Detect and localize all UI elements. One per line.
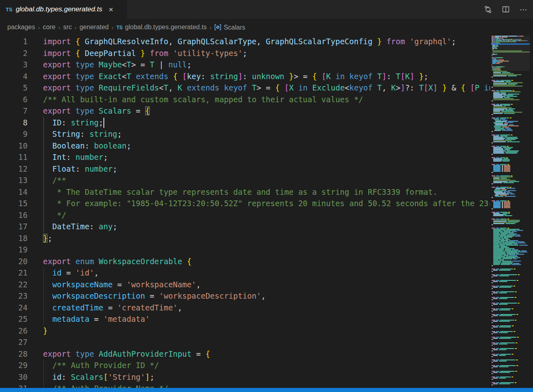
code-line[interactable]: 14 * The DateTime scalar type represents… (0, 186, 490, 198)
editor-actions: ⋯ (482, 0, 531, 19)
code-line[interactable]: 21 id = 'id', (0, 267, 490, 279)
line-content: workspaceDescription = 'workspaceDescrip… (43, 290, 490, 302)
status-bar (0, 388, 533, 392)
code-line[interactable]: 16 */ (0, 209, 490, 221)
minimap-canvas[interactable] (491, 36, 530, 388)
tab-global-db-types[interactable]: TS global.db.types.generated.ts ✕ (0, 0, 127, 19)
more-actions-icon[interactable]: ⋯ (518, 3, 530, 15)
code-line[interactable]: 7export type Scalars = { (0, 105, 490, 117)
line-content: id = 'id', (43, 267, 490, 279)
line-number: 6 (0, 94, 28, 106)
code-line[interactable]: 15 * For example: "1985-04-12T23:20:50.5… (0, 198, 490, 209)
typescript-file-icon: TS (116, 25, 123, 30)
line-number: 31 (0, 383, 28, 388)
code-line[interactable]: 1import { GraphQLResolveInfo, GraphQLSca… (0, 36, 490, 47)
line-number: 15 (0, 198, 28, 209)
code-line[interactable]: 18}; (0, 233, 490, 244)
code-line[interactable]: 28export type AddAuthProviderInput = { (0, 348, 490, 360)
overview-ruler[interactable] (530, 36, 533, 388)
indent-guide (43, 163, 44, 175)
indent-guide (43, 302, 44, 314)
line-number: 18 (0, 233, 28, 244)
line-number: 3 (0, 59, 28, 71)
indent-guide (43, 221, 44, 233)
code-line[interactable]: 3export type Maybe<T> = T | null; (0, 59, 490, 71)
breadcrumb-item-src[interactable]: src (63, 24, 72, 31)
code-line[interactable]: 6/** All built-in and custom scalars, ma… (0, 94, 490, 106)
line-number: 27 (0, 336, 28, 348)
line-number: 21 (0, 267, 28, 279)
vscode-window: TS global.db.types.generated.ts ✕ ⋯ pack… (0, 0, 533, 392)
line-content: export type RequireFields<T, K extends k… (43, 82, 490, 94)
indent-guide (43, 117, 44, 129)
split-editor-icon[interactable] (500, 3, 512, 15)
indent-guide (43, 140, 44, 152)
indent-guide (43, 209, 44, 221)
close-tab-icon[interactable]: ✕ (107, 6, 115, 13)
breadcrumb-item-core[interactable]: core (43, 24, 56, 31)
line-content: workspaceName = 'workspaceName', (43, 279, 490, 291)
line-content: Float: number; (43, 163, 490, 175)
breadcrumb-item-symbol[interactable]: Scalars (214, 23, 245, 31)
line-content: export type Scalars = { (43, 105, 490, 117)
breadcrumb-item-generated[interactable]: generated (80, 24, 109, 31)
open-changes-icon[interactable] (482, 3, 494, 15)
code-line[interactable]: 17 DateTime: any; (0, 221, 490, 233)
code-line[interactable]: 20export enum WorkspaceOrderable { (0, 256, 490, 267)
text-cursor (103, 118, 104, 128)
line-number: 11 (0, 151, 28, 163)
indent-guide (43, 313, 44, 325)
indent-guide (43, 279, 44, 291)
line-number: 5 (0, 82, 28, 94)
code-line[interactable]: 22 workspaceName = 'workspaceName', (0, 279, 490, 291)
line-number: 22 (0, 279, 28, 291)
line-content: export type Exact<T extends { [key: stri… (43, 71, 490, 82)
line-number: 17 (0, 221, 28, 233)
symbol-type-icon (214, 24, 221, 30)
line-content: * The DateTime scalar type represents da… (43, 186, 490, 198)
line-number: 12 (0, 163, 28, 175)
code-line[interactable]: 11 Int: number; (0, 151, 490, 163)
code-line[interactable]: 8 ID: string; (0, 117, 490, 129)
code-line[interactable]: 23 workspaceDescription = 'workspaceDesc… (0, 290, 490, 302)
line-content: Boolean: boolean; (43, 140, 490, 152)
code-line[interactable]: 25 metadata = 'metadata' (0, 313, 490, 325)
indent-guide (43, 290, 44, 302)
code-line[interactable]: 12 Float: number; (0, 163, 490, 175)
line-content: import { GraphQLResolveInfo, GraphQLScal… (43, 36, 490, 47)
line-number: 4 (0, 71, 28, 82)
line-content: metadata = 'metadata' (43, 313, 490, 325)
line-number: 9 (0, 128, 28, 140)
code-line[interactable]: 4export type Exact<T extends { [key: str… (0, 71, 490, 82)
indent-guide (43, 383, 44, 388)
breadcrumb-item-file[interactable]: TSglobal.db.types.generated.ts (116, 24, 206, 31)
code-line[interactable]: 29 /** Auth Provider ID */ (0, 360, 490, 371)
line-content: /** Auth Provider Name */ (43, 383, 490, 388)
breadcrumb: packages›core›src›generated›TSglobal.db.… (0, 19, 533, 36)
breadcrumb-item-packages[interactable]: packages (7, 24, 35, 31)
line-number: 8 (0, 117, 28, 129)
code-line[interactable]: 30 id: Scalars['String']; (0, 371, 490, 383)
code-line[interactable]: 10 Boolean: boolean; (0, 140, 490, 152)
code-line[interactable]: 26} (0, 325, 490, 337)
code-line[interactable]: 2import { DeepPartial } from 'utility-ty… (0, 47, 490, 59)
code-line[interactable]: 19 (0, 244, 490, 256)
code-line[interactable]: 31 /** Auth Provider Name */ (0, 383, 490, 388)
code-line[interactable]: 5export type RequireFields<T, K extends … (0, 82, 490, 94)
indent-guide (43, 151, 44, 163)
code-line[interactable]: 9 String: string; (0, 128, 490, 140)
line-content (43, 336, 490, 348)
line-content: import { DeepPartial } from 'utility-typ… (43, 47, 490, 59)
line-content: /** All built-in and custom scalars, map… (43, 94, 490, 106)
indent-guide (43, 174, 44, 186)
code-editor[interactable]: 1import { GraphQLResolveInfo, GraphQLSca… (0, 36, 490, 388)
line-content: /** (43, 174, 490, 186)
line-number: 10 (0, 140, 28, 152)
code-line[interactable]: 13 /** (0, 174, 490, 186)
line-number: 29 (0, 360, 28, 371)
code-line[interactable]: 27 (0, 336, 490, 348)
line-number: 1 (0, 36, 28, 47)
indent-guide (43, 267, 44, 279)
line-content: String: string; (43, 128, 490, 140)
code-line[interactable]: 24 createdTime = 'createdTime', (0, 302, 490, 314)
